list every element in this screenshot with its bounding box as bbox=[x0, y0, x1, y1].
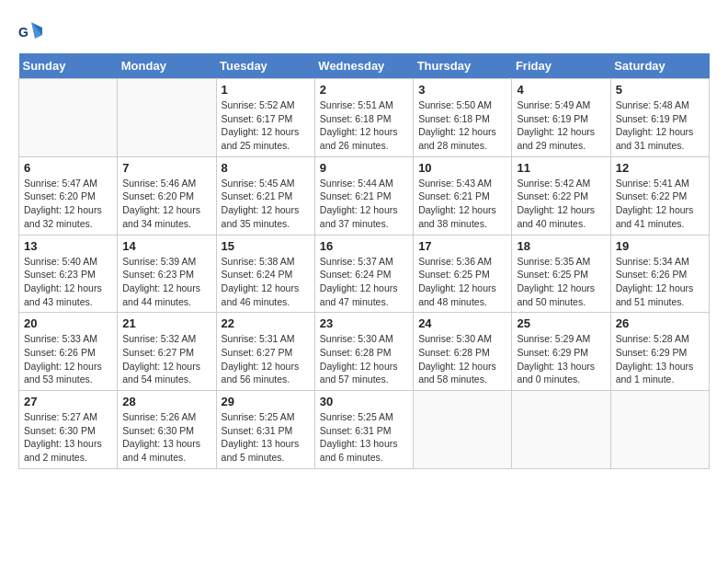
calendar-cell: 14Sunrise: 5:39 AM Sunset: 6:23 PM Dayli… bbox=[118, 235, 216, 313]
day-number: 17 bbox=[418, 239, 506, 253]
day-info: Sunrise: 5:30 AM Sunset: 6:28 PM Dayligh… bbox=[418, 332, 506, 386]
calendar-cell bbox=[19, 79, 118, 157]
calendar-cell: 23Sunrise: 5:30 AM Sunset: 6:28 PM Dayli… bbox=[314, 313, 413, 391]
weekday-header-sunday: Sunday bbox=[19, 53, 118, 79]
weekday-header-thursday: Thursday bbox=[414, 53, 512, 79]
day-number: 6 bbox=[24, 161, 112, 175]
calendar-cell: 17Sunrise: 5:36 AM Sunset: 6:25 PM Dayli… bbox=[414, 235, 512, 313]
week-row-4: 20Sunrise: 5:33 AM Sunset: 6:26 PM Dayli… bbox=[19, 313, 710, 391]
day-number: 2 bbox=[320, 83, 408, 97]
day-number: 22 bbox=[222, 316, 310, 330]
day-info: Sunrise: 5:36 AM Sunset: 6:25 PM Dayligh… bbox=[418, 255, 506, 309]
weekday-header-saturday: Saturday bbox=[610, 53, 709, 79]
calendar: SundayMondayTuesdayWednesdayThursdayFrid… bbox=[18, 53, 710, 469]
calendar-cell: 16Sunrise: 5:37 AM Sunset: 6:24 PM Dayli… bbox=[314, 235, 413, 313]
day-number: 21 bbox=[122, 316, 210, 330]
day-number: 18 bbox=[517, 239, 605, 253]
day-number: 1 bbox=[222, 83, 310, 97]
calendar-cell: 24Sunrise: 5:30 AM Sunset: 6:28 PM Dayli… bbox=[414, 313, 512, 391]
day-info: Sunrise: 5:50 AM Sunset: 6:18 PM Dayligh… bbox=[418, 98, 506, 153]
calendar-cell: 20Sunrise: 5:33 AM Sunset: 6:26 PM Dayli… bbox=[19, 313, 118, 391]
calendar-cell: 5Sunrise: 5:48 AM Sunset: 6:19 PM Daylig… bbox=[610, 79, 709, 157]
day-info: Sunrise: 5:39 AM Sunset: 6:23 PM Dayligh… bbox=[122, 255, 210, 309]
day-number: 28 bbox=[122, 395, 210, 408]
day-number: 30 bbox=[320, 395, 408, 408]
calendar-cell: 13Sunrise: 5:40 AM Sunset: 6:23 PM Dayli… bbox=[19, 235, 118, 313]
svg-text:G: G bbox=[18, 25, 28, 40]
day-number: 23 bbox=[320, 316, 408, 330]
day-info: Sunrise: 5:42 AM Sunset: 6:22 PM Dayligh… bbox=[517, 177, 605, 231]
day-info: Sunrise: 5:49 AM Sunset: 6:19 PM Dayligh… bbox=[517, 98, 605, 153]
calendar-cell: 27Sunrise: 5:27 AM Sunset: 6:30 PM Dayli… bbox=[19, 391, 118, 469]
weekday-header-tuesday: Tuesday bbox=[216, 53, 314, 79]
day-info: Sunrise: 5:30 AM Sunset: 6:28 PM Dayligh… bbox=[320, 332, 408, 386]
logo-icon: G bbox=[18, 18, 44, 44]
day-number: 14 bbox=[122, 239, 210, 253]
day-number: 7 bbox=[122, 161, 210, 175]
day-info: Sunrise: 5:27 AM Sunset: 6:30 PM Dayligh… bbox=[24, 410, 112, 465]
calendar-cell: 25Sunrise: 5:29 AM Sunset: 6:29 PM Dayli… bbox=[512, 313, 610, 391]
day-info: Sunrise: 5:29 AM Sunset: 6:29 PM Dayligh… bbox=[517, 332, 605, 386]
calendar-cell: 15Sunrise: 5:38 AM Sunset: 6:24 PM Dayli… bbox=[216, 235, 314, 313]
calendar-cell: 29Sunrise: 5:25 AM Sunset: 6:31 PM Dayli… bbox=[216, 391, 314, 469]
day-info: Sunrise: 5:45 AM Sunset: 6:21 PM Dayligh… bbox=[222, 177, 310, 231]
day-info: Sunrise: 5:34 AM Sunset: 6:26 PM Dayligh… bbox=[616, 255, 704, 309]
day-info: Sunrise: 5:33 AM Sunset: 6:26 PM Dayligh… bbox=[24, 332, 112, 386]
calendar-cell: 10Sunrise: 5:43 AM Sunset: 6:21 PM Dayli… bbox=[414, 156, 512, 235]
day-number: 10 bbox=[418, 161, 506, 175]
day-number: 5 bbox=[616, 83, 704, 97]
day-number: 16 bbox=[320, 239, 408, 253]
day-number: 4 bbox=[517, 83, 605, 97]
calendar-cell: 8Sunrise: 5:45 AM Sunset: 6:21 PM Daylig… bbox=[216, 156, 314, 235]
day-info: Sunrise: 5:25 AM Sunset: 6:31 PM Dayligh… bbox=[320, 410, 408, 465]
day-info: Sunrise: 5:25 AM Sunset: 6:31 PM Dayligh… bbox=[222, 410, 310, 465]
calendar-cell: 18Sunrise: 5:35 AM Sunset: 6:25 PM Dayli… bbox=[512, 235, 610, 313]
day-info: Sunrise: 5:32 AM Sunset: 6:27 PM Dayligh… bbox=[122, 332, 210, 386]
day-number: 12 bbox=[616, 161, 704, 175]
day-info: Sunrise: 5:43 AM Sunset: 6:21 PM Dayligh… bbox=[418, 177, 506, 231]
day-number: 27 bbox=[24, 395, 112, 408]
calendar-cell: 7Sunrise: 5:46 AM Sunset: 6:20 PM Daylig… bbox=[118, 156, 216, 235]
day-number: 8 bbox=[222, 161, 310, 175]
week-row-3: 13Sunrise: 5:40 AM Sunset: 6:23 PM Dayli… bbox=[19, 235, 710, 313]
header: G bbox=[18, 18, 710, 44]
day-info: Sunrise: 5:37 AM Sunset: 6:24 PM Dayligh… bbox=[320, 255, 408, 309]
calendar-cell: 3Sunrise: 5:50 AM Sunset: 6:18 PM Daylig… bbox=[414, 79, 512, 157]
calendar-cell: 26Sunrise: 5:28 AM Sunset: 6:29 PM Dayli… bbox=[610, 313, 709, 391]
day-number: 19 bbox=[616, 239, 704, 253]
day-info: Sunrise: 5:51 AM Sunset: 6:18 PM Dayligh… bbox=[320, 98, 408, 153]
calendar-cell: 2Sunrise: 5:51 AM Sunset: 6:18 PM Daylig… bbox=[314, 79, 413, 157]
day-info: Sunrise: 5:41 AM Sunset: 6:22 PM Dayligh… bbox=[616, 177, 704, 231]
day-number: 15 bbox=[222, 239, 310, 253]
day-info: Sunrise: 5:40 AM Sunset: 6:23 PM Dayligh… bbox=[24, 255, 112, 309]
calendar-cell: 12Sunrise: 5:41 AM Sunset: 6:22 PM Dayli… bbox=[610, 156, 709, 235]
calendar-cell bbox=[610, 391, 709, 469]
calendar-cell bbox=[118, 79, 216, 157]
week-row-2: 6Sunrise: 5:47 AM Sunset: 6:20 PM Daylig… bbox=[19, 156, 710, 235]
day-info: Sunrise: 5:31 AM Sunset: 6:27 PM Dayligh… bbox=[222, 332, 310, 386]
calendar-cell: 28Sunrise: 5:26 AM Sunset: 6:30 PM Dayli… bbox=[118, 391, 216, 469]
calendar-cell bbox=[414, 391, 512, 469]
calendar-cell: 4Sunrise: 5:49 AM Sunset: 6:19 PM Daylig… bbox=[512, 79, 610, 157]
day-number: 9 bbox=[320, 161, 408, 175]
day-number: 25 bbox=[517, 316, 605, 330]
calendar-cell: 9Sunrise: 5:44 AM Sunset: 6:21 PM Daylig… bbox=[314, 156, 413, 235]
calendar-cell: 30Sunrise: 5:25 AM Sunset: 6:31 PM Dayli… bbox=[314, 391, 413, 469]
calendar-cell: 1Sunrise: 5:52 AM Sunset: 6:17 PM Daylig… bbox=[216, 79, 314, 157]
day-info: Sunrise: 5:48 AM Sunset: 6:19 PM Dayligh… bbox=[616, 98, 704, 153]
day-number: 26 bbox=[616, 316, 704, 330]
weekday-header-row: SundayMondayTuesdayWednesdayThursdayFrid… bbox=[19, 53, 710, 79]
day-info: Sunrise: 5:26 AM Sunset: 6:30 PM Dayligh… bbox=[122, 410, 210, 465]
weekday-header-friday: Friday bbox=[512, 53, 610, 79]
calendar-cell: 6Sunrise: 5:47 AM Sunset: 6:20 PM Daylig… bbox=[19, 156, 118, 235]
calendar-cell: 19Sunrise: 5:34 AM Sunset: 6:26 PM Dayli… bbox=[610, 235, 709, 313]
day-info: Sunrise: 5:44 AM Sunset: 6:21 PM Dayligh… bbox=[320, 177, 408, 231]
week-row-5: 27Sunrise: 5:27 AM Sunset: 6:30 PM Dayli… bbox=[19, 391, 710, 469]
calendar-cell: 21Sunrise: 5:32 AM Sunset: 6:27 PM Dayli… bbox=[118, 313, 216, 391]
day-info: Sunrise: 5:38 AM Sunset: 6:24 PM Dayligh… bbox=[222, 255, 310, 309]
calendar-cell: 22Sunrise: 5:31 AM Sunset: 6:27 PM Dayli… bbox=[216, 313, 314, 391]
day-number: 20 bbox=[24, 316, 112, 330]
day-number: 3 bbox=[418, 83, 506, 97]
weekday-header-monday: Monday bbox=[118, 53, 216, 79]
calendar-cell bbox=[512, 391, 610, 469]
